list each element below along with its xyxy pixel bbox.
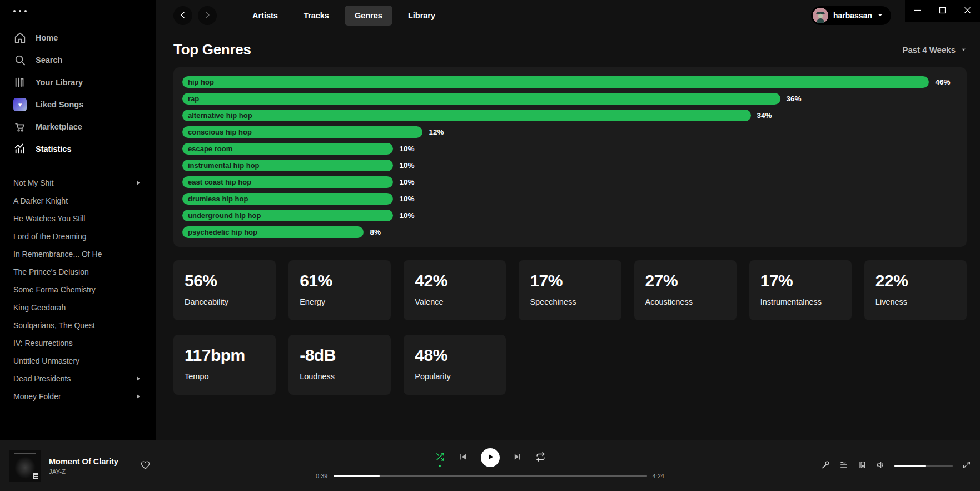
tab-artists[interactable]: Artists bbox=[242, 6, 288, 26]
player-center: 0:39 4:24 bbox=[312, 448, 668, 479]
progress-bar[interactable] bbox=[334, 475, 647, 477]
sidebar-item-liked-songs[interactable]: ♥Liked Songs bbox=[0, 93, 156, 116]
playlist-item[interactable]: Some Forma Chemistry bbox=[0, 281, 156, 299]
playlist-item[interactable]: He Watches You Still bbox=[0, 210, 156, 227]
player-controls bbox=[435, 448, 545, 468]
home-icon bbox=[13, 31, 27, 44]
genre-bar[interactable]: conscious hip hop bbox=[182, 126, 422, 138]
genre-bar[interactable]: alternative hip hop bbox=[182, 110, 751, 121]
tab-genres[interactable]: Genres bbox=[345, 6, 392, 26]
genre-bar[interactable]: hip hop bbox=[182, 76, 929, 88]
stat-label: Loudness bbox=[300, 372, 380, 381]
genre-value: 8% bbox=[370, 228, 381, 236]
previous-button[interactable] bbox=[458, 452, 467, 463]
mute-button[interactable] bbox=[876, 460, 885, 471]
album-art[interactable] bbox=[9, 450, 41, 482]
lyrics-button[interactable] bbox=[821, 460, 830, 471]
sidebar-item-statistics[interactable]: Statistics bbox=[0, 138, 156, 160]
chevron-right-icon bbox=[203, 11, 211, 21]
tab-library[interactable]: Library bbox=[398, 6, 445, 26]
playlist-item[interactable]: King Geedorah bbox=[0, 299, 156, 316]
genre-bar[interactable]: east coast hip hop bbox=[182, 176, 393, 188]
back-button[interactable] bbox=[173, 6, 192, 25]
time-range-dropdown[interactable]: Past 4 Weeks bbox=[902, 45, 967, 54]
fullscreen-button[interactable] bbox=[962, 460, 971, 471]
genre-label: instrumental hip hop bbox=[188, 161, 260, 170]
forward-button[interactable] bbox=[198, 6, 217, 25]
play-button[interactable] bbox=[481, 448, 500, 467]
stat-card-tempo: 117bpmTempo bbox=[173, 335, 276, 395]
caret-down-icon bbox=[877, 11, 883, 21]
genre-bar-row: rap36% bbox=[182, 93, 958, 105]
genre-value: 10% bbox=[399, 145, 414, 153]
sidebar-item-label: Statistics bbox=[36, 145, 71, 153]
playlist-name: A Darker Knight bbox=[13, 196, 68, 205]
genre-bar[interactable]: drumless hip hop bbox=[182, 193, 393, 205]
genre-bar[interactable]: psychedelic hip hop bbox=[182, 226, 364, 238]
user-menu[interactable]: harbassan bbox=[811, 6, 891, 25]
playlist-item[interactable]: Money Folder bbox=[0, 388, 156, 405]
genre-value: 34% bbox=[757, 111, 772, 120]
genre-bar[interactable]: rap bbox=[182, 93, 780, 105]
app-menu-dots-icon[interactable] bbox=[13, 10, 156, 12]
sidebar-item-home[interactable]: Home bbox=[0, 27, 156, 49]
like-button[interactable] bbox=[141, 460, 150, 472]
playlist-item[interactable]: A Darker Knight bbox=[0, 192, 156, 210]
search-icon bbox=[13, 53, 27, 67]
playlist-item[interactable]: Soulqarians, The Quest bbox=[0, 316, 156, 334]
sidebar-item-your-library[interactable]: Your Library bbox=[0, 71, 156, 93]
player-right-controls bbox=[821, 460, 971, 471]
genre-bar[interactable]: underground hip hop bbox=[182, 210, 393, 221]
stat-value: 22% bbox=[875, 271, 956, 290]
playlist-item[interactable]: Not My Shit bbox=[0, 174, 156, 192]
maximize-button[interactable] bbox=[930, 0, 955, 22]
genre-bar[interactable]: escape room bbox=[182, 143, 393, 155]
cart-icon bbox=[13, 120, 27, 133]
playlist-item[interactable]: The Prince's Delusion bbox=[0, 263, 156, 281]
stat-card-loudness: -8dBLoudness bbox=[288, 335, 391, 395]
genre-bar-row: drumless hip hop10% bbox=[182, 193, 958, 205]
minimize-button[interactable] bbox=[905, 0, 930, 22]
stat-value: 17% bbox=[530, 271, 610, 290]
next-button[interactable] bbox=[513, 452, 523, 463]
play-icon bbox=[485, 453, 495, 463]
stat-label: Popularity bbox=[415, 372, 495, 381]
stat-label: Valence bbox=[415, 297, 495, 306]
genre-value: 10% bbox=[399, 178, 414, 186]
sidebar-item-search[interactable]: Search bbox=[0, 49, 156, 71]
tab-tracks[interactable]: Tracks bbox=[293, 6, 339, 26]
repeat-button[interactable] bbox=[536, 452, 545, 463]
playlist-item[interactable]: Lord of the Dreaming bbox=[0, 227, 156, 245]
playlist-item[interactable]: In Remembrance... Of He bbox=[0, 245, 156, 263]
sidebar-item-label: Your Library bbox=[36, 78, 83, 87]
playlist-item[interactable]: IV: Resurrections bbox=[0, 334, 156, 352]
genre-bar[interactable]: instrumental hip hop bbox=[182, 160, 393, 171]
close-button[interactable] bbox=[955, 0, 980, 22]
now-playing-left: Moment Of Clarity JAY-Z bbox=[9, 450, 150, 482]
next-icon bbox=[513, 452, 523, 463]
stat-label: Acousticness bbox=[645, 297, 725, 306]
genre-label: conscious hip hop bbox=[188, 128, 252, 136]
playlist-item[interactable]: Untitled Unmastery bbox=[0, 352, 156, 370]
shuffle-button[interactable] bbox=[435, 452, 445, 463]
time-range-label: Past 4 Weeks bbox=[902, 45, 956, 54]
avatar bbox=[813, 8, 828, 23]
playlist-name: The Prince's Delusion bbox=[13, 267, 89, 276]
track-artist[interactable]: JAY-Z bbox=[49, 468, 118, 475]
sidebar-item-marketplace[interactable]: Marketplace bbox=[0, 116, 156, 138]
stat-value: 17% bbox=[760, 271, 840, 290]
volume-slider[interactable] bbox=[894, 465, 953, 467]
stat-card-energy: 61%Energy bbox=[288, 260, 391, 320]
playlist-item[interactable]: Dead Presidents bbox=[0, 370, 156, 388]
playlist-name: In Remembrance... Of He bbox=[13, 250, 102, 259]
user-name: harbassan bbox=[833, 11, 872, 20]
window-controls bbox=[905, 0, 980, 22]
queue-button[interactable] bbox=[839, 460, 848, 471]
stat-label: Energy bbox=[300, 297, 380, 306]
track-title[interactable]: Moment Of Clarity bbox=[49, 457, 118, 466]
stat-label: Instrumentalness bbox=[760, 297, 840, 306]
genre-bar-row: escape room10% bbox=[182, 143, 958, 155]
connect-devices-button[interactable] bbox=[858, 460, 867, 471]
genre-label: rap bbox=[188, 95, 199, 103]
audio-features-grid: 56%Danceability61%Energy42%Valence17%Spe… bbox=[173, 260, 967, 395]
